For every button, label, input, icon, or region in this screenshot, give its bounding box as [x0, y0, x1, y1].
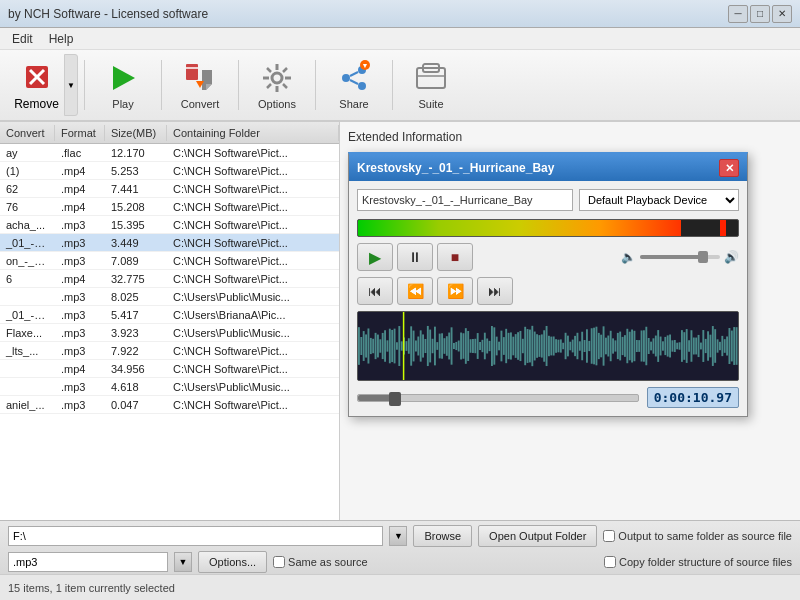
file-cell-folder: C:\NCH Software\Pict... [167, 146, 339, 160]
play-transport-button[interactable]: ▶ [357, 243, 393, 271]
file-row[interactable]: _01_-_... .mp3 5.417 C:\Users\BrianaA\Pi… [0, 306, 339, 324]
menu-bar: Edit Help [0, 28, 800, 50]
file-row[interactable]: .mp3 4.618 C:\Users\Public\Music... [0, 378, 339, 396]
file-row[interactable]: ay .flac 12.170 C:\NCH Software\Pict... [0, 144, 339, 162]
play-button[interactable]: Play [91, 54, 155, 116]
file-cell-size: 8.025 [105, 290, 167, 304]
fast-forward-button[interactable]: ⏩ [437, 277, 473, 305]
remove-wrapper: Remove ▼ [8, 54, 78, 116]
pause-transport-button[interactable]: ⏸ [397, 243, 433, 271]
file-cell-name: Flaxe... [0, 326, 55, 340]
toolbar: Remove ▼ Play Convert [0, 50, 800, 122]
close-window-button[interactable]: ✕ [772, 5, 792, 23]
svg-line-18 [350, 72, 358, 76]
file-cell-size: 7.089 [105, 254, 167, 268]
convert-button[interactable]: Convert [168, 54, 232, 116]
file-row[interactable]: 76 .mp4 15.208 C:\NCH Software\Pict... [0, 198, 339, 216]
file-row[interactable]: on_-_0... .mp3 7.089 C:\NCH Software\Pic… [0, 252, 339, 270]
file-cell-size: 12.170 [105, 146, 167, 160]
same-as-source-checkbox[interactable] [273, 556, 285, 568]
file-row[interactable]: aniel_... .mp3 0.047 C:\NCH Software\Pic… [0, 396, 339, 414]
bottom-options-button[interactable]: Options... [198, 551, 267, 573]
format-dropdown-button[interactable]: ▼ [174, 552, 192, 572]
file-cell-name: 62 [0, 182, 55, 196]
file-cell-name: aniel_... [0, 398, 55, 412]
file-cell-folder: C:\NCH Software\Pict... [167, 272, 339, 286]
file-cell-name: acha_... [0, 218, 55, 232]
file-cell-format: .mp4 [55, 362, 105, 376]
copy-folder-label: Copy folder structure of source files [604, 556, 792, 568]
dialog-body: Default Playback Device ▶ ⏸ ■ 🔈 [349, 181, 747, 416]
output-format-input[interactable] [8, 552, 168, 572]
menu-edit[interactable]: Edit [4, 30, 41, 48]
toolbar-separator-3 [238, 60, 239, 110]
maximize-button[interactable]: □ [750, 5, 770, 23]
file-row[interactable]: Flaxe... .mp3 3.923 C:\Users\Public\Musi… [0, 324, 339, 342]
file-row[interactable]: _01_-_... .mp3 3.449 C:\NCH Software\Pic… [0, 234, 339, 252]
track-selector-row: Default Playback Device [357, 189, 739, 211]
remove-label: Remove [14, 97, 59, 111]
remove-dropdown-arrow[interactable]: ▼ [64, 54, 78, 116]
file-cell-size: 3.923 [105, 326, 167, 340]
vu-peak [720, 220, 726, 236]
file-cell-format: .mp3 [55, 326, 105, 340]
remove-button[interactable]: Remove [8, 54, 64, 116]
file-cell-format: .mp3 [55, 218, 105, 232]
volume-thumb [698, 251, 708, 263]
device-select[interactable]: Default Playback Device [579, 189, 739, 211]
waveform-canvas [358, 312, 738, 380]
file-cell-format: .mp3 [55, 398, 105, 412]
file-cell-size: 15.208 [105, 200, 167, 214]
file-cell-name: _01_-_... [0, 236, 55, 250]
options-button[interactable]: Options [245, 54, 309, 116]
file-cell-folder: C:\NCH Software\Pict... [167, 344, 339, 358]
waveform-container[interactable] [357, 311, 739, 381]
bottom-row-2: ▼ Options... Same as source Copy folder … [8, 551, 792, 573]
file-row[interactable]: .mp4 34.956 C:\NCH Software\Pict... [0, 360, 339, 378]
open-output-folder-button[interactable]: Open Output Folder [478, 525, 597, 547]
stop-transport-button[interactable]: ■ [437, 243, 473, 271]
browse-button[interactable]: Browse [413, 525, 472, 547]
svg-point-17 [358, 82, 366, 90]
file-cell-name: _01_-_... [0, 308, 55, 322]
file-row[interactable]: (1) .mp4 5.253 C:\NCH Software\Pict... [0, 162, 339, 180]
vu-meter [357, 219, 739, 237]
rewind-button[interactable]: ⏪ [397, 277, 433, 305]
suite-button[interactable]: Suite [399, 54, 463, 116]
skip-back-button[interactable]: ⏮ [357, 277, 393, 305]
file-row[interactable]: _lts_... .mp3 7.922 C:\NCH Software\Pict… [0, 342, 339, 360]
output-same-folder-checkbox[interactable] [603, 530, 615, 542]
skip-forward-button[interactable]: ⏭ [477, 277, 513, 305]
share-button[interactable]: ▼ Share [322, 54, 386, 116]
file-row[interactable]: .mp3 8.025 C:\Users\Public\Music... [0, 288, 339, 306]
track-name-input[interactable] [357, 189, 573, 211]
col-header-convert: Convert [0, 125, 55, 141]
share-badge: ▼ [360, 60, 370, 70]
vu-bar [358, 220, 681, 236]
file-cell-folder: C:\NCH Software\Pict... [167, 254, 339, 268]
volume-slider[interactable] [640, 255, 720, 259]
minimize-button[interactable]: ─ [728, 5, 748, 23]
file-cell-format: .mp4 [55, 200, 105, 214]
output-same-folder-label: Output to same folder as source file [603, 530, 792, 542]
copy-folder-checkbox[interactable] [604, 556, 616, 568]
file-row[interactable]: 6 .mp4 32.775 C:\NCH Software\Pict... [0, 270, 339, 288]
volume-fill [640, 255, 700, 259]
svg-line-13 [283, 68, 287, 72]
file-row[interactable]: acha_... .mp3 15.395 C:\NCH Software\Pic… [0, 216, 339, 234]
output-path-input[interactable] [8, 526, 383, 546]
ext-info-area: Extended Information Krestovsky_-_01_-_H… [340, 122, 800, 520]
play-label: Play [112, 98, 133, 110]
menu-help[interactable]: Help [41, 30, 82, 48]
path-dropdown-button[interactable]: ▼ [389, 526, 407, 546]
progress-track[interactable] [357, 394, 639, 402]
file-cell-size: 0.047 [105, 398, 167, 412]
file-row[interactable]: 62 .mp4 7.441 C:\NCH Software\Pict... [0, 180, 339, 198]
file-cell-name: (1) [0, 164, 55, 178]
file-cell-format: .mp3 [55, 380, 105, 394]
file-cell-name: 6 [0, 272, 55, 286]
col-header-folder: Containing Folder [167, 125, 339, 141]
file-cell-size: 7.922 [105, 344, 167, 358]
dialog-close-button[interactable]: ✕ [719, 159, 739, 177]
file-cell-name: ay [0, 146, 55, 160]
